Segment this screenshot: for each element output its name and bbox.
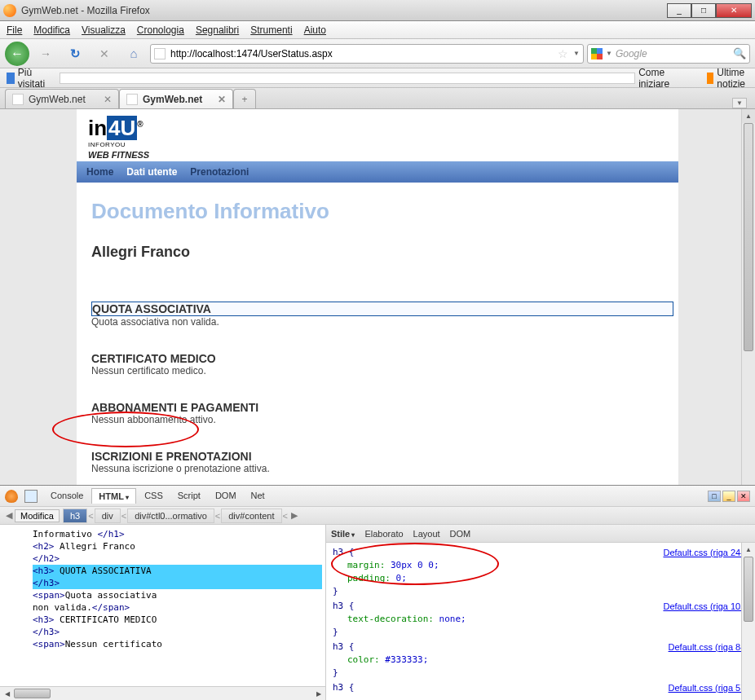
inspect-icon[interactable]	[24, 490, 38, 503]
bookmark-icon	[7, 73, 15, 84]
section-abbon-title: ABBONAMENTI E PAGAMENTI	[91, 401, 664, 414]
maximize-button[interactable]: □	[691, 3, 716, 18]
crumb-div-content[interactable]: div#content	[221, 508, 281, 523]
url-text[interactable]: http://localhost:1474/UserStatus.aspx	[170, 48, 553, 59]
firebug-tab-net[interactable]: Net	[245, 488, 272, 504]
scroll-left-icon[interactable]: ◀	[0, 690, 14, 698]
firebug-tab-html[interactable]: HTML	[91, 488, 136, 504]
menu-view[interactable]: Visualizza	[82, 24, 126, 36]
bookmark-label: Ultime notizie	[717, 67, 750, 90]
section-cert-desc: Nessun certificato medico.	[91, 365, 664, 376]
crumb-div[interactable]: div	[95, 508, 121, 523]
section-cert-title: CERTIFICATO MEDICO	[91, 352, 664, 365]
logo-text-1: in	[88, 116, 107, 140]
firebug-tab-css[interactable]: CSS	[138, 488, 170, 504]
firebug-close-button[interactable]: ✕	[737, 491, 750, 502]
back-button[interactable]: ←	[5, 42, 29, 66]
search-placeholder[interactable]: Google	[616, 48, 730, 59]
firebug-tab-console[interactable]: Console	[44, 488, 90, 504]
new-tab-button[interactable]: +	[233, 89, 256, 108]
style-tab-stile[interactable]: Stile	[331, 529, 355, 539]
css-rules[interactable]: Default.css (riga 244)h3 {margin: 30px 0…	[326, 543, 755, 700]
scroll-thumb[interactable]	[744, 557, 753, 622]
section-quota-desc: Quota associativa non valida.	[91, 316, 664, 328]
stop-button[interactable]: ✕	[91, 42, 117, 66]
bookmark-star-icon[interactable]: ☆	[558, 47, 568, 60]
page-icon	[154, 48, 166, 59]
window-titlebar: GymWeb.net - Mozilla Firefox _ □ ✕	[0, 0, 755, 21]
section-abbon-desc: Nessun abbonamento attivo.	[91, 414, 664, 425]
style-tabs: Stile Elaborato Layout DOM	[326, 525, 755, 543]
tab-favicon	[12, 94, 24, 105]
nav-dati-utente[interactable]: Dati utente	[126, 166, 177, 178]
menu-tools[interactable]: Strumenti	[250, 24, 292, 36]
firebug-popout-button[interactable]: □	[708, 491, 721, 502]
tab-strip: GymWeb.net ✕ GymWeb.net ✕ + ▼	[0, 88, 755, 109]
search-engine-dropdown-icon[interactable]: ▼	[606, 50, 612, 57]
crumb-prev-icon[interactable]: ◀	[3, 510, 15, 521]
menu-history[interactable]: Cronologia	[137, 24, 184, 36]
viewport-scrollbar[interactable]: ▲	[741, 109, 755, 485]
bookmark-most-visited[interactable]: Più visitati	[7, 67, 48, 90]
minimize-button[interactable]: _	[667, 3, 691, 18]
firebug-icon[interactable]	[5, 490, 18, 503]
url-dropdown-icon[interactable]: ▼	[573, 50, 580, 57]
page-icon	[60, 73, 635, 84]
menubar: File Modifica Visualizza Cronologia Segn…	[0, 21, 755, 39]
section-iscr-title: ISCRIZIONI E PRENOTAZIONI	[91, 450, 664, 463]
nav-home[interactable]: Home	[86, 166, 113, 178]
firebug-breadcrumb: ◀ Modifica h3< div< div#ctl0...ormativo<…	[0, 507, 755, 525]
nav-toolbar: ← → ↻ ✕ ⌂ http://localhost:1474/UserStat…	[0, 39, 755, 68]
tab-gymweb-2[interactable]: GymWeb.net ✕	[119, 89, 233, 108]
search-bar[interactable]: ▼ Google 🔍	[587, 44, 750, 64]
scroll-up-icon[interactable]: ▲	[742, 109, 755, 123]
menu-help[interactable]: Aiuto	[304, 24, 326, 36]
css-scrollbar[interactable]: ▲	[741, 543, 755, 700]
logo: in4U® INFORYOU WEB FITNESS	[77, 109, 678, 161]
html-source[interactable]: Informativo </h1><h2> Allegri Franco</h2…	[0, 525, 325, 686]
style-tab-dom[interactable]: DOM	[450, 529, 471, 539]
menu-edit[interactable]: Modifica	[33, 24, 70, 36]
style-tab-elaborato[interactable]: Elaborato	[364, 529, 403, 539]
bookmark-getting-started[interactable]: Come iniziare	[60, 67, 695, 90]
tab-gymweb-1[interactable]: GymWeb.net ✕	[5, 89, 119, 108]
scroll-thumb[interactable]	[14, 689, 51, 698]
url-bar[interactable]: http://localhost:1474/UserStatus.aspx ☆ …	[150, 44, 584, 64]
bookmark-latest-news[interactable]: Ultime notizie	[707, 67, 750, 90]
nav-prenotazioni[interactable]: Prenotazioni	[190, 166, 249, 178]
scroll-up-icon[interactable]: ▲	[742, 543, 755, 557]
firebug-minimize-button[interactable]: _	[722, 491, 735, 502]
close-button[interactable]: ✕	[716, 3, 752, 18]
html-hscrollbar[interactable]: ◀ ▶	[0, 686, 325, 700]
scroll-thumb[interactable]	[744, 123, 753, 351]
forward-button[interactable]: →	[33, 42, 59, 66]
firebug-html-pane: Informativo </h1><h2> Allegri Franco</h2…	[0, 525, 326, 700]
site-nav: Home Dati utente Prenotazioni	[77, 161, 678, 183]
logo-text-2: 4U	[107, 116, 137, 140]
crumb-div-ctl0[interactable]: div#ctl0...ormativo	[127, 508, 214, 523]
search-icon[interactable]: 🔍	[733, 47, 746, 59]
window-buttons: _ □ ✕	[667, 3, 752, 18]
page-content: in4U® INFORYOU WEB FITNESS Home Dati ute…	[77, 109, 678, 485]
menu-file[interactable]: File	[7, 24, 22, 36]
reload-button[interactable]: ↻	[62, 42, 88, 66]
firebug-toolbar: Console HTML CSS Script DOM Net □ _ ✕	[0, 486, 755, 507]
firebug-tab-script[interactable]: Script	[171, 488, 207, 504]
firebug-tab-dom[interactable]: DOM	[209, 488, 243, 504]
tab-list-dropdown-icon[interactable]: ▼	[732, 98, 747, 108]
home-button[interactable]: ⌂	[121, 42, 147, 66]
section-iscr-desc: Nessuna iscrizione o prenotazione attiva…	[91, 463, 664, 474]
content-area: Documento Informativo Allegri Franco QUO…	[77, 183, 678, 485]
menu-bookmarks[interactable]: Segnalibri	[196, 24, 239, 36]
style-tab-layout[interactable]: Layout	[413, 529, 440, 539]
tab-close-icon[interactable]: ✕	[104, 94, 112, 105]
scroll-right-icon[interactable]: ▶	[311, 690, 325, 698]
user-name: Allegri Franco	[91, 244, 664, 261]
crumb-next-icon[interactable]: ▶	[289, 510, 300, 521]
firebug-style-pane: Stile Elaborato Layout DOM Default.css (…	[326, 525, 755, 700]
tab-favicon	[126, 94, 138, 105]
crumb-h3[interactable]: h3	[63, 508, 87, 523]
google-icon	[591, 48, 603, 59]
tab-close-icon[interactable]: ✕	[218, 94, 226, 105]
edit-button[interactable]: Modifica	[15, 509, 60, 522]
